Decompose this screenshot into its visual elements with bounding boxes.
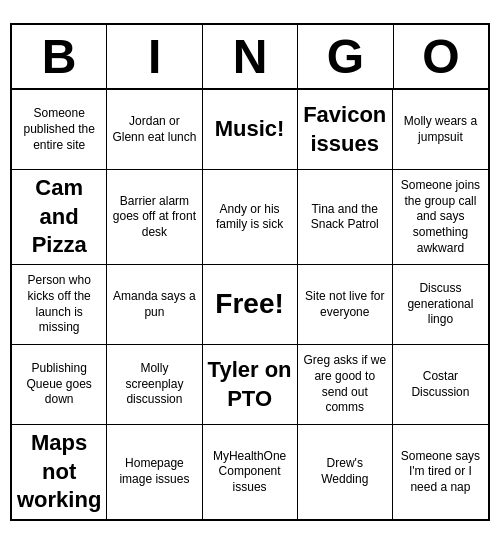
bingo-header: BINGO: [12, 25, 488, 90]
bingo-cell-24: Someone says I'm tired or I need a nap: [393, 425, 488, 519]
bingo-cell-16: Molly screenplay discussion: [107, 345, 202, 425]
bingo-letter-g: G: [298, 25, 393, 88]
bingo-cell-0: Someone published the entire site: [12, 90, 107, 170]
bingo-cell-18: Greg asks if we are good to send out com…: [298, 345, 393, 425]
bingo-cell-21: Homepage image issues: [107, 425, 202, 519]
bingo-cell-23: Drew's Wedding: [298, 425, 393, 519]
bingo-cell-19: Costar Discussion: [393, 345, 488, 425]
bingo-letter-i: I: [107, 25, 202, 88]
bingo-cell-20: Maps not working: [12, 425, 107, 519]
bingo-cell-12: Free!: [203, 265, 298, 345]
bingo-letter-n: N: [203, 25, 298, 88]
bingo-cell-2: Music!: [203, 90, 298, 170]
bingo-cell-1: Jordan or Glenn eat lunch: [107, 90, 202, 170]
bingo-cell-9: Someone joins the group call and says so…: [393, 170, 488, 265]
bingo-cell-3: Favicon issues: [298, 90, 393, 170]
bingo-cell-11: Amanda says a pun: [107, 265, 202, 345]
bingo-cell-15: Publishing Queue goes down: [12, 345, 107, 425]
bingo-cell-6: Barrier alarm goes off at front desk: [107, 170, 202, 265]
bingo-letter-o: O: [394, 25, 488, 88]
bingo-cell-4: Molly wears a jumpsuit: [393, 90, 488, 170]
bingo-cell-8: Tina and the Snack Patrol: [298, 170, 393, 265]
bingo-cell-7: Andy or his family is sick: [203, 170, 298, 265]
bingo-cell-17: Tyler on PTO: [203, 345, 298, 425]
bingo-cell-10: Person who kicks off the launch is missi…: [12, 265, 107, 345]
bingo-card: BINGO Someone published the entire siteJ…: [10, 23, 490, 521]
bingo-cell-13: Site not live for everyone: [298, 265, 393, 345]
bingo-grid: Someone published the entire siteJordan …: [12, 90, 488, 519]
bingo-cell-14: Discuss generational lingo: [393, 265, 488, 345]
bingo-cell-5: Cam and Pizza: [12, 170, 107, 265]
bingo-cell-22: MyHealthOne Component issues: [203, 425, 298, 519]
bingo-letter-b: B: [12, 25, 107, 88]
